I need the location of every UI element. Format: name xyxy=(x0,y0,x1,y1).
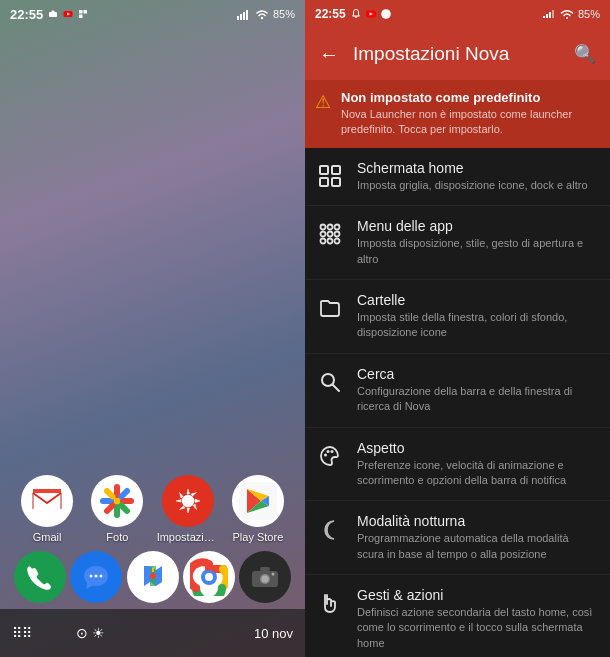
app-dock: Gmail Foto Impostazio... Play Store xyxy=(0,475,305,607)
camera-icon xyxy=(239,551,291,603)
modalita-notturna-text: Modalità notturna Programmazione automat… xyxy=(357,513,596,562)
svg-rect-4 xyxy=(79,10,83,14)
schermata-home-desc: Imposta griglia, disposizione icone, doc… xyxy=(357,178,588,193)
menu-app-title: Menu delle app xyxy=(357,218,596,234)
signal-icon xyxy=(237,9,251,20)
settings-item-cartelle[interactable]: Cartelle Imposta stile della finestra, c… xyxy=(305,280,610,354)
svg-point-48 xyxy=(335,232,340,237)
schermata-home-text: Schermata home Imposta griglia, disposiz… xyxy=(357,160,588,193)
modalita-notturna-desc: Programmazione automatica della modalità… xyxy=(357,531,596,562)
svg-rect-0 xyxy=(49,12,57,17)
aspetto-text: Aspetto Preferenze icone, velocità di an… xyxy=(357,440,596,489)
settings-item-menu-app[interactable]: Menu delle app Imposta disposizione, sti… xyxy=(305,206,610,280)
back-button[interactable]: ← xyxy=(319,43,339,66)
warning-icon: ⚠ xyxy=(315,91,331,113)
warning-title: Non impostato come predefinito xyxy=(341,90,598,105)
svg-rect-42 xyxy=(332,178,340,186)
menu-app-text: Menu delle app Imposta disposizione, sti… xyxy=(357,218,596,267)
notification-icon xyxy=(47,8,59,20)
cerca-text: Cerca Configurazione della barra e della… xyxy=(357,366,596,415)
svg-rect-34 xyxy=(260,567,270,571)
settings-item-modalita-notturna[interactable]: Modalità notturna Programmazione automat… xyxy=(305,501,610,575)
right-battery: 85% xyxy=(578,8,600,20)
svg-point-38 xyxy=(381,9,391,19)
gmail-label: Gmail xyxy=(16,531,78,543)
cartelle-title: Cartelle xyxy=(357,292,596,308)
messages-icon xyxy=(70,551,122,603)
gesti-desc: Definisci azione secondaria del tasto ho… xyxy=(357,605,596,651)
app-row-1: Gmail Foto Impostazio... Play Store xyxy=(12,475,293,543)
svg-point-23 xyxy=(95,575,98,578)
svg-point-54 xyxy=(324,453,327,456)
app-phone[interactable] xyxy=(12,551,68,607)
folder-icon xyxy=(315,293,345,323)
left-panel: 22:55 85% Gmail Foto xyxy=(0,0,305,657)
photos-icon xyxy=(91,475,143,527)
right-status-bar: 22:55 85% xyxy=(305,0,610,28)
settings-list: Schermata home Imposta griglia, disposiz… xyxy=(305,148,610,657)
right-header: ← Impostazioni Nova 🔍 xyxy=(305,28,610,80)
playstore-label: Play Store xyxy=(227,531,289,543)
svg-rect-7 xyxy=(237,16,239,20)
app-maps[interactable] xyxy=(124,551,180,607)
svg-point-45 xyxy=(335,225,340,230)
dot-icon xyxy=(380,8,392,20)
svg-point-49 xyxy=(321,239,326,244)
svg-point-47 xyxy=(328,232,333,237)
impostazioni-icon xyxy=(162,475,214,527)
search-button[interactable]: 🔍 xyxy=(574,43,596,65)
app-chrome[interactable] xyxy=(181,551,237,607)
cerca-title: Cerca xyxy=(357,366,596,382)
bottom-center-icons: ⊙ ☀ xyxy=(76,624,105,642)
left-time: 22:55 xyxy=(10,7,43,22)
app-playstore[interactable]: Play Store xyxy=(227,475,289,543)
app-foto[interactable]: Foto xyxy=(86,475,148,543)
svg-point-43 xyxy=(321,225,326,230)
moon-icon xyxy=(315,514,345,544)
aspetto-title: Aspetto xyxy=(357,440,596,456)
svg-rect-9 xyxy=(243,12,245,20)
app-messages[interactable] xyxy=(68,551,124,607)
svg-point-46 xyxy=(321,232,326,237)
impostazioni-label: Impostazio... xyxy=(157,531,219,543)
svg-point-55 xyxy=(327,450,330,453)
settings-item-aspetto[interactable]: Aspetto Preferenze icone, velocità di an… xyxy=(305,428,610,502)
gesture-icon xyxy=(315,588,345,618)
left-status-bar: 22:55 85% xyxy=(0,0,305,28)
app-camera[interactable] xyxy=(237,551,293,607)
cartelle-text: Cartelle Imposta stile della finestra, c… xyxy=(357,292,596,341)
playstore-icon xyxy=(232,475,284,527)
svg-rect-39 xyxy=(320,166,328,174)
svg-point-50 xyxy=(328,239,333,244)
notif-icon xyxy=(350,8,362,20)
modalita-notturna-title: Modalità notturna xyxy=(357,513,596,529)
svg-line-53 xyxy=(333,384,340,391)
app-icon-small xyxy=(77,8,89,20)
svg-point-35 xyxy=(271,573,274,576)
battery-label: 85% xyxy=(273,8,295,20)
gesti-title: Gesti & azioni xyxy=(357,587,596,603)
warning-banner[interactable]: ⚠ Non impostato come predefinito Nova La… xyxy=(305,80,610,148)
aspetto-desc: Preferenze icone, velocità di animazione… xyxy=(357,458,596,489)
bottom-date: 10 nov xyxy=(254,626,293,641)
settings-item-gesti[interactable]: Gesti & azioni Definisci azione secondar… xyxy=(305,575,610,657)
right-panel: 22:55 85% ← Impostazioni Nova 🔍 ⚠ Non im… xyxy=(305,0,610,657)
svg-rect-40 xyxy=(332,166,340,174)
app-row-2 xyxy=(12,551,293,607)
svg-point-22 xyxy=(90,575,93,578)
maps-icon xyxy=(127,551,179,603)
bottom-dots: ⠿⠿ xyxy=(12,625,32,641)
svg-point-33 xyxy=(261,576,268,583)
settings-item-cerca[interactable]: Cerca Configurazione della barra e della… xyxy=(305,354,610,428)
svg-rect-5 xyxy=(84,10,88,14)
app-gmail[interactable]: Gmail xyxy=(16,475,78,543)
youtube-sm-icon xyxy=(365,8,377,20)
settings-item-schermata-home[interactable]: Schermata home Imposta griglia, disposiz… xyxy=(305,148,610,206)
right-wifi-icon xyxy=(560,9,574,19)
apps-icon xyxy=(315,219,345,249)
app-impostazioni[interactable]: Impostazio... xyxy=(157,475,219,543)
grid-icon xyxy=(315,161,345,191)
right-status-right: 85% xyxy=(543,8,600,20)
menu-app-desc: Imposta disposizione, stile, gesto di ap… xyxy=(357,236,596,267)
gesti-text: Gesti & azioni Definisci azione secondar… xyxy=(357,587,596,651)
